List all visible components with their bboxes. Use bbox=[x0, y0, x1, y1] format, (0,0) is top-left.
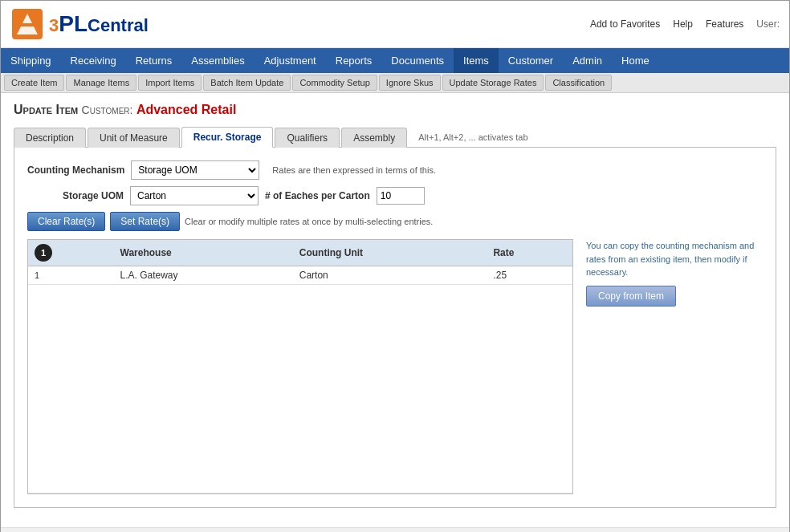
subnav-item-commodity-setup[interactable]: Commodity Setup bbox=[292, 75, 377, 91]
features-link[interactable]: Features bbox=[706, 18, 743, 30]
rates-hint: Clear or modify multiple rates at once b… bbox=[185, 217, 433, 226]
user-label: User: bbox=[756, 18, 780, 30]
customer-label: Customer: bbox=[82, 104, 133, 116]
col-counting-unit: Counting Unit bbox=[293, 240, 487, 266]
logo-area: 3PLCentral bbox=[10, 7, 149, 41]
row-warehouse: L.A. Gateway bbox=[114, 266, 293, 285]
subnav-item-import-items[interactable]: Import Items bbox=[138, 75, 202, 91]
tabs-container: Description Unit of Measure Recur. Stora… bbox=[14, 127, 776, 148]
subnav-item-update-storage-rates[interactable]: Update Storage Rates bbox=[442, 75, 544, 91]
counting-mechanism-hint: Rates are then expressed in terms of thi… bbox=[272, 165, 436, 175]
eaches-input[interactable] bbox=[377, 187, 425, 205]
row-count-badge: 1 bbox=[35, 244, 52, 262]
subnav-item-manage-items[interactable]: Manage Items bbox=[66, 75, 136, 91]
table-header-row: 1 Warehouse Counting Unit Rate bbox=[28, 240, 572, 266]
nav-item-adjustment[interactable]: Adjustment bbox=[255, 48, 326, 73]
row-number: 1 bbox=[28, 266, 114, 285]
help-link[interactable]: Help bbox=[673, 18, 693, 30]
sub-nav-bar: Create ItemManage ItemsImport ItemsBatch… bbox=[1, 73, 789, 93]
logo-text: 3PLCentral bbox=[49, 11, 149, 37]
logo-icon bbox=[10, 7, 44, 41]
main-panel: Counting Mechanism Storage UOM Fixed Per… bbox=[14, 147, 776, 508]
page-title: Update Item Customer: Advanced Retail bbox=[14, 103, 776, 117]
rates-table: 1 Warehouse Counting Unit Rate 1 L.A. Ga… bbox=[28, 240, 572, 493]
nav-item-items[interactable]: Items bbox=[454, 48, 499, 73]
footer-bar: Save Changes Cancel ? bbox=[1, 527, 789, 532]
nav-item-home[interactable]: Home bbox=[612, 48, 659, 73]
copy-hint-text: You can copy the counting mechanism and … bbox=[586, 239, 763, 279]
tab-recur-storage[interactable]: Recur. Storage bbox=[181, 127, 274, 148]
counting-mechanism-select[interactable]: Storage UOM Fixed Per Item bbox=[131, 160, 259, 180]
svg-rect-2 bbox=[20, 23, 35, 26]
logo-pl: PL bbox=[59, 11, 88, 36]
col-rate: Rate bbox=[487, 240, 572, 266]
header: 3PLCentral Add to Favorites Help Feature… bbox=[1, 1, 789, 48]
nav-item-shipping[interactable]: Shipping bbox=[1, 48, 61, 73]
nav-item-receiving[interactable]: Receiving bbox=[61, 48, 126, 73]
nav-item-customer[interactable]: Customer bbox=[499, 48, 563, 73]
subnav-item-create-item[interactable]: Create Item bbox=[4, 75, 64, 91]
storage-uom-row: Storage UOM Carton Pallet Each # of Each… bbox=[27, 186, 763, 205]
logo-3: 3 bbox=[49, 15, 59, 35]
subnav-item-classification[interactable]: Classification bbox=[545, 75, 612, 91]
tab-description[interactable]: Description bbox=[14, 128, 86, 148]
subnav-item-ignore-skus[interactable]: Ignore Skus bbox=[379, 75, 441, 91]
tab-qualifiers[interactable]: Qualifiers bbox=[275, 128, 340, 148]
nav-bar: ShippingReceivingReturnsAssembliesAdjust… bbox=[1, 48, 789, 73]
page-content: Update Item Customer: Advanced Retail De… bbox=[1, 93, 789, 518]
nav-item-returns[interactable]: Returns bbox=[126, 48, 182, 73]
buttons-row: Clear Rate(s) Set Rate(s) Clear or modif… bbox=[27, 212, 763, 231]
customer-name: Advanced Retail bbox=[136, 103, 236, 116]
table-container: 1 Warehouse Counting Unit Rate 1 L.A. Ga… bbox=[27, 239, 573, 494]
eaches-label: # of Eaches per Carton bbox=[265, 190, 370, 201]
table-empty-row bbox=[28, 285, 572, 493]
storage-uom-label: Storage UOM bbox=[27, 190, 124, 201]
nav-item-documents[interactable]: Documents bbox=[381, 48, 454, 73]
table-area-wrapper: 1 Warehouse Counting Unit Rate 1 L.A. Ga… bbox=[27, 239, 763, 494]
title-prefix: Update Item bbox=[14, 103, 78, 116]
subnav-item-batch-item-update[interactable]: Batch Item Update bbox=[203, 75, 291, 91]
storage-uom-select[interactable]: Carton Pallet Each bbox=[130, 186, 259, 205]
tab-unit-of-measure[interactable]: Unit of Measure bbox=[88, 128, 180, 148]
copy-from-item-button[interactable]: Copy from Item bbox=[586, 286, 676, 307]
nav-item-reports[interactable]: Reports bbox=[326, 48, 382, 73]
col-num: 1 bbox=[28, 240, 114, 266]
counting-mechanism-row: Counting Mechanism Storage UOM Fixed Per… bbox=[27, 160, 763, 180]
table-row[interactable]: 1 L.A. Gateway Carton .25 bbox=[28, 266, 572, 285]
nav-item-assemblies[interactable]: Assemblies bbox=[181, 48, 254, 73]
col-warehouse: Warehouse bbox=[114, 240, 293, 266]
nav-item-admin[interactable]: Admin bbox=[563, 48, 612, 73]
set-rates-button[interactable]: Set Rate(s) bbox=[110, 212, 180, 231]
tab-hint: Alt+1, Alt+2, ... activates tab bbox=[418, 132, 527, 142]
row-counting-unit: Carton bbox=[293, 266, 487, 285]
row-rate: .25 bbox=[487, 266, 572, 285]
tab-assembly[interactable]: Assembly bbox=[341, 128, 407, 148]
counting-mechanism-label: Counting Mechanism bbox=[27, 164, 124, 176]
side-panel: You can copy the counting mechanism and … bbox=[586, 239, 763, 494]
add-favorites-link[interactable]: Add to Favorites bbox=[590, 18, 660, 30]
header-right: Add to Favorites Help Features User: bbox=[590, 18, 780, 30]
logo-central: Central bbox=[88, 15, 149, 35]
clear-rates-button[interactable]: Clear Rate(s) bbox=[27, 212, 105, 231]
